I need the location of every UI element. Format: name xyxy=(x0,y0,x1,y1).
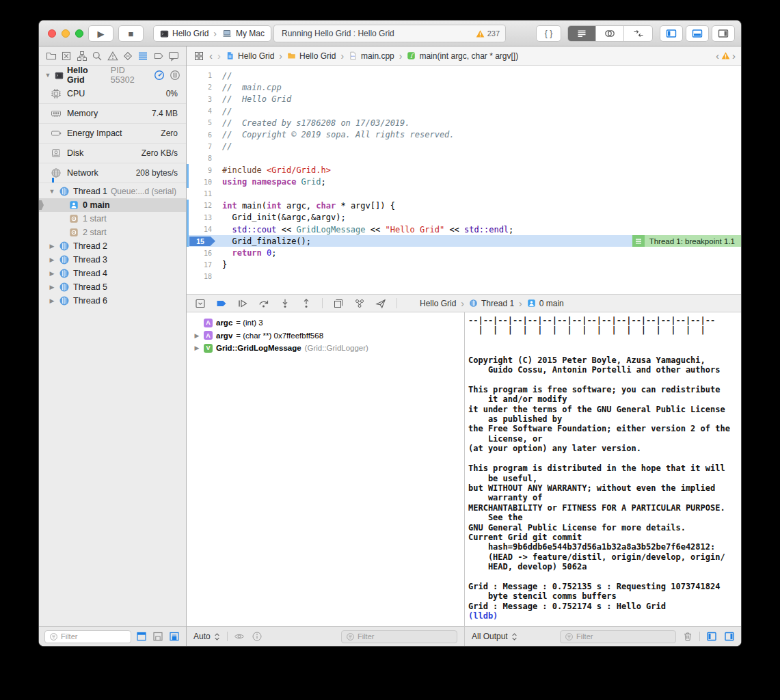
step-out-button[interactable] xyxy=(301,298,312,309)
next-issue-button[interactable]: › xyxy=(732,51,736,61)
code-line[interactable]: 4// xyxy=(187,105,741,117)
jumpbar-item[interactable]: Hello Grid xyxy=(287,51,336,61)
navigator-filter-input[interactable] xyxy=(61,632,126,641)
console-filter-input[interactable] xyxy=(576,632,671,641)
gauge-row[interactable]: CPU0% xyxy=(39,83,186,103)
code-line[interactable]: 17} xyxy=(187,259,741,271)
step-over-button[interactable] xyxy=(258,298,269,309)
code-line[interactable]: 18 xyxy=(187,271,741,282)
line-number-gutter[interactable]: 1 xyxy=(187,72,217,79)
variable-row[interactable]: VGrid::GridLogMessage(Grid::GridLogger) xyxy=(187,342,464,355)
step-into-button[interactable] xyxy=(280,298,291,309)
line-number-gutter[interactable]: 4 xyxy=(187,107,217,115)
code-line[interactable]: 12int main(int argc, char * argv[]) { xyxy=(187,200,741,211)
code-line[interactable]: 2// main.cpp xyxy=(187,81,741,93)
stack-frame-row[interactable]: 2 start xyxy=(39,226,186,239)
toggle-navigator-button[interactable] xyxy=(660,25,683,42)
report-navigator-icon[interactable] xyxy=(167,50,180,62)
code-line[interactable]: 11 xyxy=(187,188,741,200)
line-number-gutter[interactable]: 17 xyxy=(187,261,217,269)
line-number-gutter[interactable]: 15 xyxy=(187,237,217,247)
variables-filter-input[interactable] xyxy=(358,632,453,641)
stack-frame-row[interactable]: 0 main xyxy=(39,198,186,212)
show-crashed-threads-button[interactable] xyxy=(152,630,164,643)
project-navigator-icon[interactable] xyxy=(45,50,57,62)
standard-editor-button[interactable] xyxy=(568,26,596,41)
disclosure-triangle[interactable] xyxy=(49,188,55,195)
scheme-selector[interactable]: Hello Grid My Mac xyxy=(153,25,271,42)
breakpoint-indicator[interactable]: 15 xyxy=(189,237,215,247)
console-output[interactable]: --|--|--|--|--|--|--|--|--|--|--|--|--|-… xyxy=(465,312,741,626)
debug-crumb-item[interactable]: Thread 1 xyxy=(469,299,514,308)
quicklook-button[interactable] xyxy=(233,630,245,643)
disclosure-triangle[interactable] xyxy=(193,332,200,339)
assistant-editor-button[interactable] xyxy=(596,26,624,41)
thread-row[interactable]: Thread 3 xyxy=(39,253,186,267)
gauge-row[interactable]: Memory7.4 MB xyxy=(39,103,186,123)
thread-row[interactable]: Thread 6 xyxy=(39,294,186,308)
jumpbar-item[interactable]: Hello Grid xyxy=(226,51,274,61)
thread-row[interactable]: Thread 2 xyxy=(39,239,186,253)
breakpoints-toggle-button[interactable] xyxy=(216,298,227,309)
disclosure-triangle[interactable] xyxy=(49,243,55,250)
code-line[interactable]: 15 Grid_finalize();Thread 1: breakpoint … xyxy=(187,235,741,247)
variables-scope-dropdown[interactable]: Auto xyxy=(193,632,221,641)
memory-debug-button[interactable] xyxy=(170,70,180,81)
go-back-button[interactable]: ‹ xyxy=(209,51,213,61)
hide-debug-area-button[interactable] xyxy=(195,298,206,309)
line-number-gutter[interactable]: 8 xyxy=(187,154,217,162)
line-number-gutter[interactable]: 9 xyxy=(187,167,217,174)
library-button[interactable]: { } xyxy=(536,25,561,42)
version-editor-button[interactable] xyxy=(624,26,652,41)
breakpoint-annotation[interactable]: Thread 1: breakpoint 1.1 xyxy=(632,235,741,247)
line-number-gutter[interactable]: 11 xyxy=(187,190,217,198)
disclosure-triangle[interactable] xyxy=(49,270,55,277)
thread-row[interactable]: Thread 5 xyxy=(39,280,186,294)
toggle-variables-view-button[interactable] xyxy=(705,630,718,643)
debug-crumb-item[interactable]: 0 main xyxy=(527,299,564,308)
zoom-button[interactable] xyxy=(75,29,83,38)
console-scope-dropdown[interactable]: All Output xyxy=(472,632,519,641)
line-number-gutter[interactable]: 14 xyxy=(187,226,217,233)
process-row[interactable]: Hello Grid PID 55302 xyxy=(39,66,186,83)
previous-issue-button[interactable]: ‹ xyxy=(716,51,719,61)
code-line[interactable]: 3// Hello Grid xyxy=(187,94,741,105)
code-line[interactable]: 7// xyxy=(187,141,741,152)
warning-count-badge[interactable]: 237 xyxy=(476,29,500,38)
line-number-gutter[interactable]: 13 xyxy=(187,214,217,221)
close-button[interactable] xyxy=(48,29,56,38)
gauge-row[interactable]: DiskZero KB/s xyxy=(39,143,186,163)
variable-row[interactable]: Aargv = (char **) 0x7ffeefbff568 xyxy=(187,329,464,342)
issue-navigator-icon[interactable] xyxy=(107,50,119,62)
debug-gauges-button[interactable] xyxy=(154,70,165,81)
view-hierarchy-button[interactable] xyxy=(333,298,344,309)
toggle-debug-area-button[interactable] xyxy=(686,25,709,42)
minimize-button[interactable] xyxy=(62,29,70,38)
test-navigator-icon[interactable] xyxy=(122,50,134,62)
code-line[interactable]: 1// xyxy=(187,70,741,81)
memory-graph-button[interactable] xyxy=(354,298,365,309)
debug-navigator-icon[interactable] xyxy=(137,50,149,62)
variables-filter-field[interactable] xyxy=(341,630,457,643)
gauge-row[interactable]: Energy ImpactZero xyxy=(39,123,186,143)
variables-view[interactable]: Aargc = (int) 3Aargv = (char **) 0x7ffee… xyxy=(187,312,464,626)
line-number-gutter[interactable]: 7 xyxy=(187,143,217,150)
line-number-gutter[interactable]: 3 xyxy=(187,96,217,103)
disclosure-triangle[interactable] xyxy=(49,284,55,291)
thread-row[interactable]: Thread 1Queue:...d (serial) xyxy=(39,185,186,198)
gauge-row[interactable]: Network208 bytes/s xyxy=(39,163,186,183)
symbol-navigator-icon[interactable] xyxy=(76,50,88,62)
code-line[interactable]: 6// Copyright © 2019 sopa. All rights re… xyxy=(187,129,741,140)
line-number-gutter[interactable]: 16 xyxy=(187,250,217,257)
line-number-gutter[interactable]: 18 xyxy=(187,273,217,280)
code-line[interactable]: 13 Grid_init(&argc,&argv); xyxy=(187,212,741,224)
line-number-gutter[interactable]: 5 xyxy=(187,119,217,126)
code-line[interactable]: 8 xyxy=(187,152,741,164)
debug-crumb-item[interactable]: Hello Grid xyxy=(407,299,456,308)
code-line[interactable]: 9#include <Grid/Grid.h> xyxy=(187,164,741,176)
related-items-icon[interactable] xyxy=(193,51,204,62)
source-control-navigator-icon[interactable] xyxy=(60,50,72,62)
navigator-filter-field[interactable] xyxy=(44,630,131,643)
toggle-inspector-button[interactable] xyxy=(712,25,735,42)
line-number-gutter[interactable]: 10 xyxy=(187,178,217,186)
